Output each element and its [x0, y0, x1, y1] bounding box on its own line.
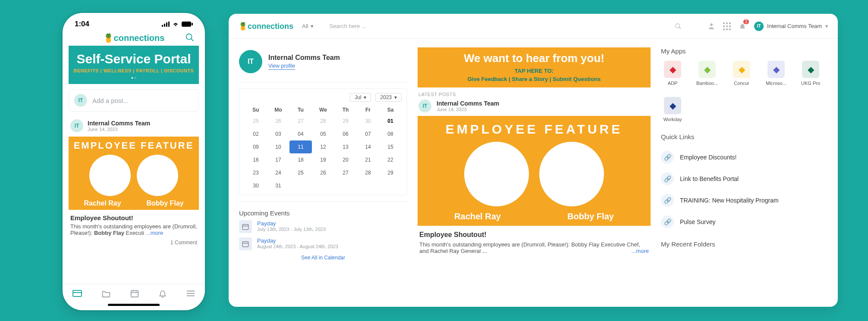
calendar-day[interactable]: 26	[312, 166, 334, 179]
year-select[interactable]: 2023▾	[375, 93, 402, 102]
latest-posts-label: LATEST POSTS	[418, 92, 650, 97]
calendar-day[interactable]: 29	[334, 115, 357, 128]
notifications-icon[interactable]: 3	[739, 22, 746, 31]
calendar-day[interactable]: 08	[379, 128, 402, 140]
employee-feature-card[interactable]: EMPLOYEE FEATURE Rachel Ray Bobby Flay	[69, 137, 199, 210]
app-launcher[interactable]: ◆Bamboo...	[695, 61, 719, 86]
link-icon: 🔗	[661, 215, 674, 228]
calendar-day[interactable]: 02	[245, 128, 267, 140]
app-launcher[interactable]: ◆UKG Pro	[799, 61, 822, 86]
more-link[interactable]: ...more	[146, 230, 163, 236]
see-all-calendar-link[interactable]: See All in Calendar	[239, 255, 407, 261]
quick-link-label: Pulse Survey	[680, 218, 715, 225]
app-launcher[interactable]: ◆Microso...	[764, 61, 788, 86]
calendar-day[interactable]: 17	[267, 153, 289, 166]
quick-link[interactable]: 🔗Pulse Survey	[661, 211, 827, 233]
calendar-day[interactable]: 13	[334, 140, 357, 153]
calendar-day[interactable]: 10	[267, 140, 289, 153]
calendar-day[interactable]: 03	[267, 128, 289, 140]
calendar-day[interactable]: 25	[289, 166, 312, 179]
calendar-day[interactable]: 06	[334, 128, 357, 140]
calendar-day[interactable]: 07	[357, 128, 379, 140]
calendar-day[interactable]	[334, 179, 357, 192]
view-profile-link[interactable]: View profile	[268, 63, 295, 70]
calendar-day[interactable]	[312, 179, 334, 192]
calendar-day[interactable]	[289, 179, 312, 192]
calendar-day[interactable]: 23	[245, 166, 267, 179]
nav-home-icon[interactable]	[72, 289, 82, 298]
event-item[interactable]: PaydayAugust 24th, 2023 - August 24th, 2…	[239, 237, 407, 250]
search-input[interactable]: Search here ...	[329, 23, 366, 29]
app-launcher[interactable]: ◆Concur	[730, 61, 753, 86]
calendar-day[interactable]: 27	[334, 166, 357, 179]
calendar-day[interactable]: 27	[289, 115, 312, 128]
post-author[interactable]: Internal Comms Team	[88, 120, 150, 127]
calendar-day[interactable]: 11	[289, 140, 312, 153]
portal-tags: BENEFITS | WELLNESS | PAYROLL | DISCOUNT…	[70, 68, 197, 73]
calendar-day[interactable]: 30	[357, 115, 379, 128]
svg-rect-25	[729, 25, 731, 27]
app-label: ADP	[661, 81, 684, 86]
calendar-day[interactable]: 26	[267, 115, 289, 128]
nav-menu-icon[interactable]	[186, 290, 195, 297]
calendar-dow: Sa	[379, 105, 402, 115]
app-icon: ◆	[664, 97, 681, 114]
nav-folder-icon[interactable]	[101, 289, 111, 298]
post-author[interactable]: Internal Comms Team	[437, 100, 499, 107]
comment-count[interactable]: 1 Comment	[70, 240, 197, 246]
calendar-day[interactable]: 15	[379, 140, 402, 153]
calendar-day[interactable]	[357, 179, 379, 192]
portal-banner[interactable]: Self-Service Portal BENEFITS | WELLNESS …	[69, 46, 199, 84]
post-header: IT Internal Comms Team June 14, 2023	[70, 119, 197, 132]
calendar-day[interactable]: 04	[289, 128, 312, 140]
calendar-day[interactable]: 29	[379, 166, 402, 179]
calendar-day[interactable]: 21	[357, 153, 379, 166]
quick-link-label: Employee Discounts!	[680, 154, 737, 161]
app-label: UKG Pro	[799, 81, 822, 86]
apps-grid-icon[interactable]	[723, 22, 731, 30]
nav-bell-icon[interactable]	[158, 289, 167, 298]
calendar-day[interactable]: 14	[357, 140, 379, 153]
calendar-day[interactable]: 18	[289, 153, 312, 166]
scope-selector[interactable]: All▾	[302, 23, 314, 29]
feedback-links: Give Feedback | Share a Story | Submit Q…	[421, 76, 647, 82]
app-launcher[interactable]: ◆Workday	[661, 97, 684, 122]
app-launcher[interactable]: ◆ADP	[661, 61, 684, 86]
calendar-day[interactable]: 12	[312, 140, 334, 153]
calendar-day[interactable]: 01	[379, 115, 402, 128]
employee-feature-card[interactable]: EMPLOYEE FEATURE Rachel Ray Bobby Flay	[418, 116, 651, 226]
link-icon: 🔗	[661, 151, 674, 164]
calendar-day[interactable]: 25	[245, 115, 267, 128]
calendar-day[interactable]: 31	[267, 179, 289, 192]
chevron-down-icon: ▾	[364, 94, 366, 100]
more-link[interactable]: ...more	[632, 248, 649, 254]
calendar-day[interactable]: 16	[245, 153, 267, 166]
feedback-banner[interactable]: We want to hear from you! TAP HERE TO: G…	[418, 47, 651, 87]
feedback-tap: TAP HERE TO:	[421, 68, 647, 74]
profile-icon[interactable]	[708, 22, 715, 31]
calendar-day[interactable]: 19	[312, 153, 334, 166]
brand-logo[interactable]: 🍍connections	[238, 22, 293, 31]
quick-link[interactable]: 🔗Employee Discounts!	[661, 146, 827, 168]
calendar-day[interactable]: 20	[334, 153, 357, 166]
quick-link[interactable]: 🔗TRAINING: New Hospitality Program	[661, 190, 827, 211]
nav-calendar-icon[interactable]	[130, 289, 139, 298]
event-name: Payday	[257, 220, 326, 227]
month-select[interactable]: Jul▾	[350, 93, 371, 102]
quick-link[interactable]: 🔗Link to Benefits Portal	[661, 168, 827, 190]
calendar-day[interactable]: 24	[267, 166, 289, 179]
calendar-day[interactable]: 28	[312, 115, 334, 128]
calendar-day[interactable]: 05	[312, 128, 334, 140]
calendar-day[interactable]: 22	[379, 153, 402, 166]
calendar-day[interactable]: 30	[245, 179, 267, 192]
search-icon[interactable]	[185, 33, 195, 42]
calendar-day[interactable]: 09	[245, 140, 267, 153]
calendar-day[interactable]: 28	[357, 166, 379, 179]
status-bar: 1:04	[63, 13, 205, 31]
employee-photo	[89, 155, 131, 196]
add-post-input[interactable]: IT Add a post...	[69, 89, 199, 112]
user-menu[interactable]: IT Internal Comms Team ▾	[754, 22, 828, 31]
event-item[interactable]: PaydayJuly 13th, 2023 - July 13th, 2023	[239, 220, 407, 233]
search-icon[interactable]	[675, 23, 682, 30]
calendar-day[interactable]	[379, 179, 402, 192]
